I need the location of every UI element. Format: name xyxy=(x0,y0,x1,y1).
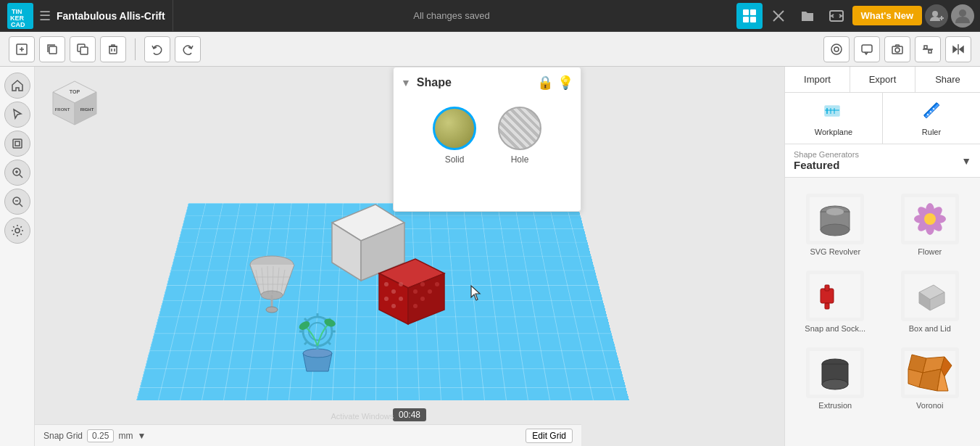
sg-label-flower: Flower xyxy=(918,247,942,256)
snap-unit: mm xyxy=(118,431,133,441)
svg-point-128 xyxy=(822,379,848,389)
toolbar xyxy=(0,32,980,67)
svg-point-66 xyxy=(435,282,439,286)
sg-item-box-lid[interactable]: Box and Lid xyxy=(886,266,975,337)
left-sidebar xyxy=(0,67,35,446)
viewport[interactable]: TOP FRONT RIGHT xyxy=(35,67,784,446)
select-objects-btn[interactable] xyxy=(4,102,30,128)
sg-item-svg-revolver[interactable]: SVG Revolver xyxy=(791,189,880,260)
svg-text:FRONT: FRONT xyxy=(55,107,70,112)
sg-item-voronoi[interactable]: Voronoi xyxy=(886,343,975,414)
svg-rect-119 xyxy=(825,285,829,291)
svg-text:RIGHT: RIGHT xyxy=(80,107,94,112)
hamburger-icon[interactable]: ☰ xyxy=(39,8,51,24)
zoom-in-btn[interactable] xyxy=(4,160,30,186)
gear-plant-object[interactable] xyxy=(285,299,350,381)
shape-generators-dropdown[interactable]: ▼ xyxy=(961,155,971,167)
svg-point-58 xyxy=(391,289,396,294)
svg-rect-19 xyxy=(49,46,57,54)
svg-point-15 xyxy=(959,9,966,17)
workplane-button[interactable]: Workplane xyxy=(785,93,883,144)
shape-generators-featured: Featured xyxy=(794,159,859,171)
user-avatar[interactable] xyxy=(951,4,974,28)
sg-thumb-svg-revolver xyxy=(806,194,864,244)
sg-grid: SVG Revolver xyxy=(791,189,974,414)
lightbulb-icon[interactable]: 💡 xyxy=(557,75,573,91)
svg-line-91 xyxy=(328,342,331,344)
view-home-btn[interactable] xyxy=(823,36,850,62)
home-view-btn[interactable] xyxy=(4,73,30,99)
svg-point-26 xyxy=(834,47,839,51)
red-box-object[interactable] xyxy=(368,252,462,349)
svg-point-60 xyxy=(391,304,396,308)
share-button[interactable]: Share xyxy=(915,67,980,92)
shape-panel-arrow[interactable]: ▼ xyxy=(401,77,411,88)
mirror-btn[interactable] xyxy=(945,36,971,62)
shape-panel-icons: 🔒 💡 xyxy=(537,75,573,91)
pickaxe-btn[interactable] xyxy=(765,3,792,29)
svg-point-116 xyxy=(924,213,936,225)
sg-item-flower[interactable]: Flower xyxy=(886,189,975,260)
svg-point-72 xyxy=(266,307,278,313)
edit-grid-button[interactable]: Edit Grid xyxy=(526,429,573,443)
zoom-out-btn[interactable] xyxy=(4,189,30,215)
workplane-label: Workplane xyxy=(815,128,852,136)
import-button[interactable]: Import xyxy=(785,67,850,92)
nav-cube[interactable]: TOP FRONT RIGHT xyxy=(46,78,104,136)
svg-rect-21 xyxy=(80,47,88,54)
export-button[interactable]: Export xyxy=(850,67,915,92)
code-btn[interactable] xyxy=(823,3,850,29)
shape-panel-title: Shape xyxy=(417,76,452,89)
hole-label: Hole xyxy=(511,154,529,165)
redo-button[interactable] xyxy=(175,36,201,62)
settings-btn[interactable] xyxy=(4,218,30,244)
svg-text:CAD: CAD xyxy=(11,21,25,28)
snap-value[interactable]: 0.25 xyxy=(87,429,114,442)
shape-generators-title: Shape Generators xyxy=(794,150,859,159)
ruler-button[interactable]: Ruler xyxy=(883,93,980,144)
svg-rect-6 xyxy=(743,17,749,22)
add-user-button[interactable] xyxy=(925,4,948,28)
save-status: All changes saved xyxy=(413,10,490,21)
svg-rect-117 xyxy=(810,274,860,318)
sg-item-snap-socket[interactable]: Snap and Sock... xyxy=(791,266,880,337)
new-button[interactable] xyxy=(9,36,35,62)
lock-icon[interactable]: 🔒 xyxy=(537,75,553,91)
svg-point-12 xyxy=(932,11,938,17)
shape-generators-header: Shape Generators Featured ▼ xyxy=(785,144,980,178)
folder-btn[interactable] xyxy=(794,3,821,29)
copy-button[interactable] xyxy=(39,36,65,62)
svg-point-59 xyxy=(384,297,389,301)
svg-rect-32 xyxy=(929,50,931,53)
snap-controls: Snap Grid 0.25 mm ▼ xyxy=(43,429,146,442)
svg-marker-35 xyxy=(960,46,963,52)
duplicate-button[interactable] xyxy=(70,36,96,62)
solid-option[interactable]: Solid xyxy=(433,107,476,165)
camera-btn[interactable] xyxy=(884,36,910,62)
svg-point-65 xyxy=(428,289,432,294)
speech-bubble-btn[interactable] xyxy=(854,36,880,62)
svg-point-29 xyxy=(895,48,900,52)
grid-view-btn[interactable] xyxy=(736,3,763,29)
svg-rect-4 xyxy=(743,9,749,15)
project-title: Fantabulous Allis-Crift xyxy=(57,10,165,22)
sg-item-extrusion[interactable]: Extrusion xyxy=(791,343,880,414)
whats-new-button[interactable]: What's New xyxy=(852,6,922,25)
align-btn[interactable] xyxy=(915,36,941,62)
delete-button[interactable] xyxy=(100,36,126,62)
svg-line-10 xyxy=(778,16,784,21)
tinkercad-logo[interactable]: TIN KER CAD xyxy=(7,3,33,29)
snap-dropdown-icon[interactable]: ▼ xyxy=(137,431,146,441)
hole-option[interactable]: Hole xyxy=(498,107,541,165)
shape-generators-list[interactable]: SVG Revolver xyxy=(785,178,980,446)
right-panel: Import Export Share Workplane xyxy=(784,67,980,446)
svg-point-81 xyxy=(303,349,332,358)
svg-text:TOP: TOP xyxy=(70,89,80,94)
undo-button[interactable] xyxy=(144,36,170,62)
svg-marker-34 xyxy=(953,46,957,52)
fit-all-btn[interactable] xyxy=(4,131,30,157)
hole-circle xyxy=(498,107,541,150)
svg-line-88 xyxy=(304,318,307,321)
sg-thumb-snap-socket xyxy=(806,271,864,321)
svg-line-40 xyxy=(20,175,22,178)
